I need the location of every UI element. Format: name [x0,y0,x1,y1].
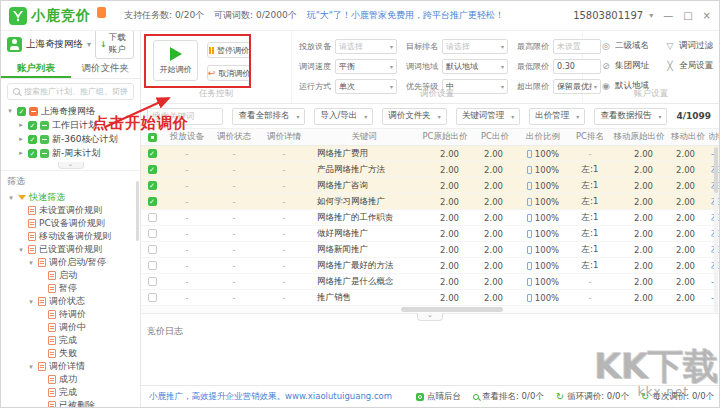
maximize-button[interactable]: □ [683,10,692,21]
row-checkbox-cell[interactable] [141,226,163,241]
row-checkbox-cell[interactable]: ✓ [141,194,163,209]
footer-item-refresh[interactable]: ↻每次调价: 0/0个 [641,391,714,403]
select-all-checkbox-cell[interactable] [141,129,163,145]
account-switch-chevron-icon[interactable]: ▾ [87,40,91,49]
tree-item[interactable]: ▸✓新-周末计划 [1,146,140,160]
checkbox[interactable]: ✓ [28,135,37,144]
account-setting-global-settings[interactable]: ╳全局设置 [665,60,713,72]
tree-item[interactable]: 成功 [1,373,140,386]
row-checkbox[interactable] [148,213,157,222]
row-checkbox[interactable] [148,229,157,238]
checkbox[interactable]: ✓ [28,121,37,130]
row-checkbox-cell[interactable] [141,274,163,289]
table-row[interactable]: ✓---如何学习网络推广2.002.00100%左:12.002.00左:1 [141,194,719,210]
row-checkbox[interactable] [148,245,157,254]
close-button[interactable]: × [703,10,711,21]
row-checkbox[interactable]: ✓ [148,165,157,174]
select-all-checkbox[interactable] [148,133,157,142]
row-checkbox[interactable] [148,261,157,270]
tree-item[interactable]: ▾已设置调价规则 [1,243,140,256]
toolbar-dropdown-2[interactable]: 调价文件夹▾ [382,108,447,125]
keyword-search-input[interactable] [152,111,218,121]
row-checkbox-cell[interactable]: ✓ [141,146,163,161]
table-row[interactable]: ---做好网络推广2.002.00100%左:12.002.00左:1 [141,226,719,242]
tree-item[interactable]: PC设备调价规则 [1,217,140,230]
tree-item[interactable]: 调价中 [1,321,140,334]
vertical-scrollbar[interactable] [714,147,718,313]
tab-account-list[interactable]: 账户列表 [1,57,71,78]
minimize-button[interactable]: — [663,10,673,21]
cancel-bidding-button[interactable]: ↩ 取消调价 [207,65,251,81]
table-row[interactable]: ---网络推广最好的方法2.002.00100%左:12.002.00左:1 [141,258,719,274]
toolbar-dropdown-0[interactable]: 查看全部排名▾ [232,108,305,125]
tree-item[interactable]: 完成 [1,334,140,347]
setting-select[interactable]: 平衡▾ [335,59,397,74]
account-setting-domain[interactable]: ◎二级域名 [601,40,649,52]
caret-icon[interactable]: ▾ [7,194,15,202]
row-checkbox[interactable] [148,293,157,302]
caret-icon[interactable]: ▸ [17,149,25,157]
toolbar-dropdown-1[interactable]: 导入/导出▾ [314,108,373,125]
tree-item[interactable]: 已被删除 [1,399,140,407]
table-row[interactable]: ---网络新闻推广2.002.00100%左:12.002.00左:1 [141,242,719,258]
tree-item[interactable]: ▾调价状态 [1,295,140,308]
checkbox[interactable]: ✓ [17,107,26,116]
caret-icon[interactable]: ▾ [6,107,14,115]
setting-select[interactable]: 请选择▾ [442,39,508,54]
hscroll-thumb[interactable] [401,307,503,312]
tree-item[interactable]: ▾快速筛选 [1,191,140,204]
pause-bidding-button[interactable]: 暂停调价 [207,42,251,58]
footer-item-dianjing[interactable]: 点睛后台 [416,391,461,403]
tree-item[interactable]: ▾调价启动/暂停 [1,256,140,269]
account-chevron-down-icon[interactable]: ▾ [649,11,653,20]
caret-icon[interactable]: ▾ [27,259,35,267]
table-row[interactable]: ✓---产品网络推广方法2.002.00100%左:12.002.00左:1 [141,162,719,178]
sidebar-scrollbar[interactable] [136,181,139,241]
toolbar-dropdown-3[interactable]: 关键词管理▾ [456,108,521,125]
promo-link[interactable]: 玩"大"了！小鹿管家免费用，跨平台推广更轻松！ [307,9,504,22]
tree-item[interactable]: 完成 [1,386,140,399]
tree-item[interactable]: ▾调价详情 [1,360,140,373]
footer-item-loop[interactable]: ↻循环调价: 0/0个 [556,391,629,403]
row-checkbox[interactable]: ✓ [148,197,157,206]
account-setting-link[interactable]: ⊘集团网址 [601,60,649,72]
download-account-button[interactable]: ↓ 下载账户 [95,31,134,59]
row-checkbox-cell[interactable] [141,258,163,273]
table-row[interactable]: ---网络推广是什么概念2.002.00100%-2.002.00- [141,274,719,290]
tree-collapse-handle[interactable]: ⌄ [58,162,84,169]
caret-icon[interactable]: ▾ [17,246,25,254]
row-checkbox-cell[interactable] [141,210,163,225]
toolbar-dropdown-4[interactable]: 出价管理▾ [529,108,585,125]
start-bidding-button[interactable]: 开始调价 [153,40,198,81]
caret-icon[interactable]: ▾ [27,363,35,371]
tree-item[interactable]: ▸✓工作日计划 [1,118,140,132]
footer-item-search[interactable]: 查看排名: 0/0个 [473,391,544,403]
toolbar-dropdown-5[interactable]: 查看数据报告▾ [594,108,667,125]
row-checkbox-cell[interactable]: ✓ [141,178,163,193]
account-setting-filter[interactable]: ▽调词过滤 [665,40,713,52]
caret-icon[interactable]: ▸ [17,121,25,129]
caret-icon[interactable]: ▸ [17,135,25,143]
tree-item[interactable]: ▸✓新-360核心计划 [1,132,140,146]
setting-select[interactable]: 请选择▾ [335,39,397,54]
footer-website-link[interactable]: 小鹿推广，高效提升企业营销效果。www.xiaolutuiguang.com [149,391,392,403]
tree-item[interactable]: 失败 [1,347,140,360]
row-checkbox[interactable]: ✓ [148,181,157,190]
table-row[interactable]: ✓---网络推广咨询2.002.00100%左:12.002.00左:1 [141,178,719,194]
sidebar-search-input[interactable] [24,87,128,96]
sidebar-search[interactable] [7,83,134,100]
setting-select[interactable]: 默认地域▾ [442,59,508,74]
tree-item[interactable]: 启动 [1,269,140,282]
log-collapse-handle[interactable]: ⌄ [417,313,443,321]
row-checkbox-cell[interactable] [141,242,163,257]
row-checkbox-cell[interactable] [141,290,163,305]
table-row[interactable]: ---推广销售2.002.00100%-2.002.00- [141,290,719,306]
row-checkbox[interactable]: ✓ [148,149,157,158]
row-checkbox-cell[interactable]: ✓ [141,162,163,177]
tree-item[interactable]: 待调价 [1,308,140,321]
keyword-search[interactable] [147,108,223,125]
tree-item[interactable]: 未设置调价规则 [1,204,140,217]
tree-item[interactable]: 暂停 [1,282,140,295]
checkbox[interactable]: ✓ [28,149,37,158]
tree-item[interactable]: ▾✓上海奇搜网络 [1,104,140,118]
